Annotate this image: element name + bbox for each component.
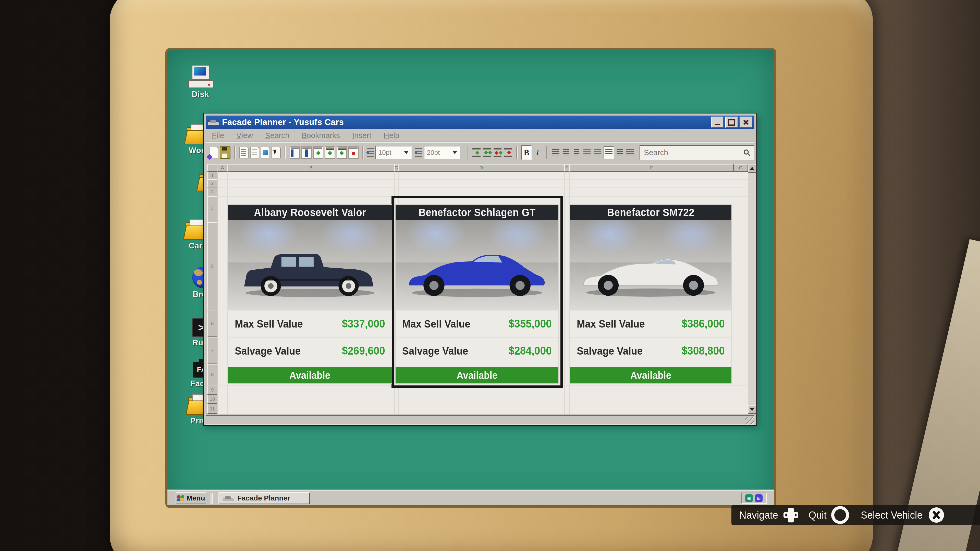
font-size-dropdown-1[interactable]: 10pt [375,146,412,159]
font-size-dropdown-2[interactable]: 20pt [424,146,460,159]
row-header[interactable]: 3 [207,187,218,196]
start-menu-button[interactable]: Menu [176,492,206,504]
max-sell-value: $386,000 [682,317,725,330]
vehicle-image [570,220,732,310]
resize-grip[interactable] [745,417,754,424]
row-header[interactable]: 5 [207,222,218,310]
italic-button[interactable]: I [533,146,542,159]
task-label: Facade Planner [237,494,290,502]
search-input[interactable] [643,148,743,157]
menu-view[interactable]: View [230,131,259,140]
menu-help[interactable]: Help [377,131,406,140]
vehicle-card-sm722[interactable]: Benefactor SM722 Max Sell Value $386,000 [570,205,732,383]
title-bar[interactable]: Facade Planner - Yusufs Cars [206,116,754,129]
vehicle-image [396,220,558,310]
align-justify-button[interactable] [604,146,614,159]
marker-red-button[interactable] [348,146,359,159]
column-header-f[interactable]: F [570,164,734,171]
border-mixed-button[interactable] [493,148,502,158]
border-remove-button[interactable] [504,148,512,158]
menu-bar: File View Search Bookmarks Insert Help [206,129,754,142]
icon-label: Disk [179,90,222,99]
row-header[interactable]: 8 [207,364,218,386]
salvage-label: Salvage Value [577,345,643,357]
vehicle-card-roosevelt-valor[interactable]: Albany Roosevelt Valor Max Sell Value $3 [228,205,392,383]
row-header[interactable]: 9 [207,386,218,395]
tray-apps-icon[interactable]: ⊞ [755,494,762,502]
menu-insert[interactable]: Insert [346,131,377,140]
max-sell-value: $355,000 [509,317,552,330]
save-button[interactable] [220,146,231,159]
computer-icon [179,64,222,88]
border-inner-button[interactable] [483,148,492,158]
scroll-down-button[interactable] [748,405,756,414]
list-button[interactable] [551,147,560,158]
layout-left-button[interactable] [290,146,300,159]
tray-network-icon[interactable]: ◉ [745,494,753,502]
insert-image-button[interactable] [261,146,270,159]
availability-badge[interactable]: Available [396,367,558,383]
indent-button[interactable] [593,147,602,158]
outdent-button[interactable] [583,147,592,158]
select-tool-button[interactable] [272,146,281,159]
vertical-scrollbar[interactable] [748,164,756,414]
row-header[interactable]: 7 [207,337,218,364]
column-header-a[interactable]: A [218,164,228,171]
column-header-c[interactable]: C [394,164,398,171]
column-header-d[interactable]: D [398,164,564,171]
hint-select-vehicle: Select Vehicle [859,507,944,523]
row-header[interactable]: 11 [207,404,218,414]
column-header-g[interactable]: G [734,164,748,171]
desktop-icon-disk[interactable]: Disk [179,64,222,99]
line-style-button[interactable] [615,147,624,158]
circle-button-icon [831,506,849,524]
classic-car-illustration [236,234,383,306]
column-header-b[interactable]: B [228,164,394,171]
align-center-button[interactable] [572,147,581,158]
sheet-corner[interactable] [207,164,218,171]
marker-green3-button[interactable] [337,146,347,159]
doc-draft-button[interactable] [250,146,259,159]
vehicle-name: Benefactor SM722 [570,205,732,220]
max-sell-row: Max Sell Value $337,000 [228,310,392,337]
taskbar-task-facade-planner[interactable]: Facade Planner [218,492,310,504]
vehicle-card-schlagen-gt[interactable]: Benefactor Schlagen GT Max Sell Value $3… [396,205,558,383]
arrow-down-icon [750,408,754,411]
sheet-grid[interactable]: Albany Roosevelt Valor Max Sell Value $3 [218,171,748,414]
menu-file[interactable]: File [206,131,230,140]
row-header[interactable]: 4 [207,196,218,222]
close-button[interactable] [740,117,752,128]
scroll-up-button[interactable] [748,164,756,173]
marker-green-button[interactable] [313,146,323,159]
row-header[interactable]: 1 [207,171,218,179]
marker-green2-button[interactable] [325,146,335,159]
row-header[interactable]: 2 [207,179,218,187]
search-box [640,145,754,160]
maximize-button[interactable] [725,117,738,128]
availability-badge[interactable]: Available [570,367,732,383]
chevron-down-icon [452,151,457,154]
availability-badge[interactable]: Available [228,367,392,383]
font-size-value-1: 10pt [379,149,391,157]
align-left-button[interactable] [562,147,570,158]
bold-button[interactable]: B [522,145,531,160]
new-document-button[interactable] [209,146,218,159]
row-header[interactable]: 10 [207,395,218,404]
table-button[interactable] [626,147,635,158]
row-header[interactable]: 6 [207,310,218,337]
doc-text-button[interactable] [239,146,248,159]
column-header-e[interactable]: E [564,164,570,171]
toolbar: 10pt 20pt B I [206,143,754,162]
layout-center-button[interactable] [301,146,312,159]
arrow-up-icon [750,167,754,170]
column-header-row: A B C D E F G [207,164,748,171]
toolbar-separator [363,146,364,159]
font-size-value-2: 20pt [427,149,440,157]
menu-search[interactable]: Search [259,131,296,140]
dpad-icon [783,508,798,522]
menu-bookmarks[interactable]: Bookmarks [296,131,346,140]
max-sell-label: Max Sell Value [577,318,645,330]
salvage-value: $269,600 [342,344,385,357]
border-top-bottom-button[interactable] [472,148,481,158]
minimize-button[interactable] [711,117,724,128]
